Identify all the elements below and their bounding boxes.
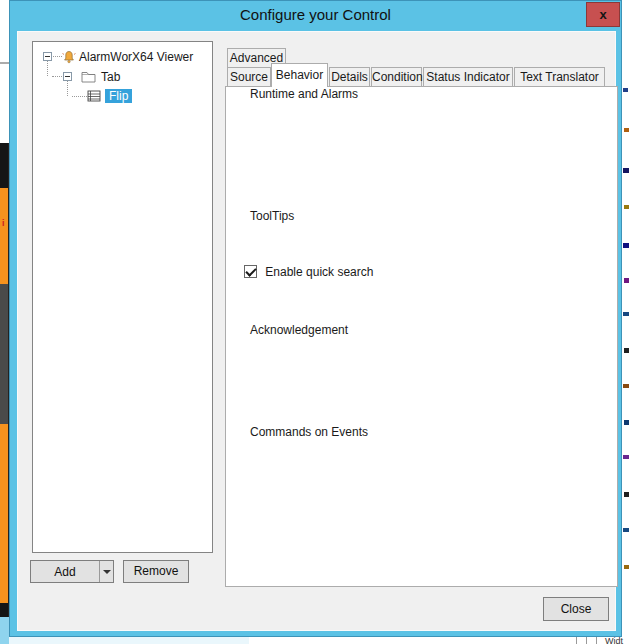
acknowledgement-group-title: Acknowledgement (246, 323, 352, 337)
caret-down-icon (103, 570, 111, 574)
background-partial-text: Widt (605, 636, 623, 644)
bell-icon (62, 50, 76, 64)
tree-row[interactable]: AlarmWorX64 Viewer (33, 49, 213, 65)
close-icon[interactable]: x (586, 2, 620, 27)
quick-search-group-header: Enable quick search (240, 265, 377, 279)
tab-source[interactable]: Source (227, 67, 271, 86)
tree-item-flip[interactable]: Flip (105, 89, 132, 103)
tree-item-tab[interactable]: Tab (101, 70, 120, 84)
add-dropdown-button[interactable] (100, 570, 113, 574)
commands-on-events-group-title: Commands on Events (246, 425, 372, 439)
remove-button[interactable]: Remove (123, 560, 189, 583)
folder-icon (81, 70, 95, 84)
tree-collapse-icon[interactable] (43, 52, 52, 61)
dialog-title: Configure your Control (10, 6, 621, 23)
add-button-label: Add (31, 565, 99, 579)
tab-details[interactable]: Details (329, 67, 370, 86)
add-button[interactable]: Add (30, 560, 114, 583)
background-left-strip: i (0, 0, 9, 644)
close-button[interactable]: Close (543, 597, 609, 621)
runtime-alarms-group-title: Runtime and Alarms (246, 87, 362, 101)
checkbox-enable-quick-search-label: Enable quick search (265, 265, 373, 279)
tab-condition[interactable]: Condition (371, 67, 422, 86)
tab-text-translator[interactable]: Text Translator (514, 67, 605, 86)
checkbox-enable-quick-search[interactable] (244, 265, 257, 278)
configure-control-dialog: Configure your Control x (9, 0, 622, 637)
background-bottom-strip: Widt (9, 637, 630, 644)
tree-collapse-icon[interactable] (63, 72, 72, 81)
control-tree[interactable]: AlarmWorX64 Viewer Tab (32, 41, 213, 553)
tree-row[interactable]: Tab (33, 69, 213, 85)
background-left-fragment: i (2, 218, 5, 228)
background-right-strip (623, 0, 630, 644)
tree-row[interactable]: Flip (33, 89, 213, 105)
dialog-client-area: AlarmWorX64 Viewer Tab (17, 31, 616, 631)
tab-status-indicator[interactable]: Status Indicator (423, 67, 513, 86)
tooltips-group-title: ToolTips (246, 209, 298, 223)
list-icon (87, 90, 101, 104)
tab-behavior[interactable]: Behavior (271, 63, 328, 87)
screen: i Widt Configure your Control x (0, 0, 630, 644)
tree-item-alarmworx64-viewer[interactable]: AlarmWorX64 Viewer (79, 50, 193, 64)
